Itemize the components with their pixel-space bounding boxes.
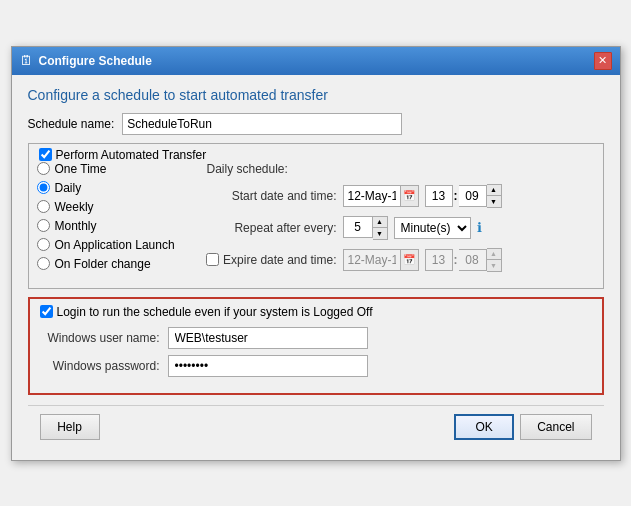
perform-section: Perform Automated Transfer One Time Dail… <box>28 143 604 289</box>
radio-on-folder: On Folder change <box>37 257 197 271</box>
radio-daily: Daily <box>37 181 197 195</box>
schedule-type-panel: One Time Daily Weekly Monthly <box>37 162 197 280</box>
radio-monthly-label: Monthly <box>55 219 97 233</box>
configure-schedule-window: 🗓 Configure Schedule ✕ Configure a sched… <box>11 46 621 461</box>
start-date-input[interactable] <box>343 185 401 207</box>
password-label: Windows password: <box>40 359 160 373</box>
repeat-spin: ▲ ▼ <box>373 216 388 240</box>
footer-right: OK Cancel <box>454 414 591 440</box>
start-time-minutes[interactable] <box>459 185 487 207</box>
daily-schedule-panel: Daily schedule: Start date and time: 📅 : <box>207 162 595 280</box>
start-time-spin: ▲ ▼ <box>487 184 502 208</box>
login-legend: Login to run the schedule even if your s… <box>40 305 592 319</box>
schedule-type-group: One Time Daily Weekly Monthly <box>37 162 197 271</box>
radio-on-folder-input[interactable] <box>37 257 50 270</box>
expire-time-minutes[interactable] <box>459 249 487 271</box>
radio-monthly-input[interactable] <box>37 219 50 232</box>
radio-one-time-label: One Time <box>55 162 107 176</box>
daily-schedule-title: Daily schedule: <box>207 162 595 176</box>
radio-weekly: Weekly <box>37 200 197 214</box>
perform-legend: Perform Automated Transfer <box>37 148 595 162</box>
login-legend-text: Login to run the schedule even if your s… <box>57 305 373 319</box>
radio-on-launch: On Application Launch <box>37 238 197 252</box>
start-time-hours[interactable] <box>425 185 453 207</box>
repeat-up[interactable]: ▲ <box>373 217 387 228</box>
repeat-label: Repeat after every: <box>207 221 337 235</box>
perform-label: Perform Automated Transfer <box>56 148 207 162</box>
page-title: Configure a schedule to start automated … <box>28 87 604 103</box>
expire-row: Expire date and time: 📅 : ▲ <box>207 248 595 272</box>
schedule-name-input[interactable] <box>122 113 402 135</box>
radio-weekly-label: Weekly <box>55 200 94 214</box>
radio-one-time-input[interactable] <box>37 162 50 175</box>
expire-row-label: Expire date and time: <box>207 253 337 267</box>
repeat-value-group: ▲ ▼ <box>343 216 388 240</box>
schedule-name-label: Schedule name: <box>28 117 115 131</box>
repeat-row: Repeat after every: ▲ ▼ Minute(s) Hour(s… <box>207 216 595 240</box>
radio-on-launch-label: On Application Launch <box>55 238 175 252</box>
start-date-input-group: 📅 <box>343 185 419 207</box>
start-date-label: Start date and time: <box>207 189 337 203</box>
info-icon[interactable]: ℹ <box>477 220 482 235</box>
radio-monthly: Monthly <box>37 219 197 233</box>
radio-weekly-input[interactable] <box>37 200 50 213</box>
radio-on-folder-label: On Folder change <box>55 257 151 271</box>
password-row: Windows password: <box>40 355 592 377</box>
radio-one-time: One Time <box>37 162 197 176</box>
radio-daily-label: Daily <box>55 181 82 195</box>
repeat-value-input[interactable] <box>343 216 373 238</box>
window-title: Configure Schedule <box>39 54 152 68</box>
login-checkbox[interactable] <box>40 305 53 318</box>
repeat-down[interactable]: ▼ <box>373 228 387 239</box>
radio-daily-input[interactable] <box>37 181 50 194</box>
ok-button[interactable]: OK <box>454 414 514 440</box>
expire-time-group: : ▲ ▼ <box>425 248 502 272</box>
close-button[interactable]: ✕ <box>594 52 612 70</box>
cancel-button[interactable]: Cancel <box>520 414 591 440</box>
expire-checkbox[interactable] <box>206 253 219 266</box>
start-time-up[interactable]: ▲ <box>487 185 501 196</box>
expire-time-hours[interactable] <box>425 249 453 271</box>
expire-time-down[interactable]: ▼ <box>487 260 501 271</box>
content-area: One Time Daily Weekly Monthly <box>37 162 595 280</box>
start-time-group: : ▲ ▼ <box>425 184 502 208</box>
window-body: Configure a schedule to start automated … <box>12 75 620 460</box>
title-bar: 🗓 Configure Schedule ✕ <box>12 47 620 75</box>
password-input[interactable] <box>168 355 368 377</box>
help-button[interactable]: Help <box>40 414 100 440</box>
username-input[interactable] <box>168 327 368 349</box>
username-label: Windows user name: <box>40 331 160 345</box>
radio-on-launch-input[interactable] <box>37 238 50 251</box>
perform-checkbox[interactable] <box>39 148 52 161</box>
expire-time-spin: ▲ ▼ <box>487 248 502 272</box>
expire-label: Expire date and time: <box>223 253 336 267</box>
start-time-down[interactable]: ▼ <box>487 196 501 207</box>
expire-date-cal-button[interactable]: 📅 <box>401 249 419 271</box>
start-date-row: Start date and time: 📅 : ▲ ▼ <box>207 184 595 208</box>
window-icon: 🗓 <box>20 53 33 68</box>
username-row: Windows user name: <box>40 327 592 349</box>
footer-bar: Help OK Cancel <box>28 405 604 448</box>
login-section: Login to run the schedule even if your s… <box>28 297 604 395</box>
expire-time-up[interactable]: ▲ <box>487 249 501 260</box>
start-date-cal-button[interactable]: 📅 <box>401 185 419 207</box>
schedule-name-row: Schedule name: <box>28 113 604 135</box>
repeat-unit-select[interactable]: Minute(s) Hour(s) Day(s) <box>394 217 471 239</box>
expire-date-input[interactable] <box>343 249 401 271</box>
expire-date-input-group: 📅 <box>343 249 419 271</box>
